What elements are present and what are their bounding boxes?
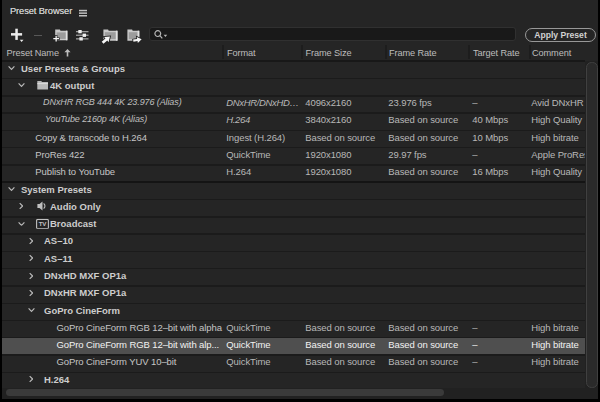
svg-text:TV: TV — [39, 220, 48, 227]
